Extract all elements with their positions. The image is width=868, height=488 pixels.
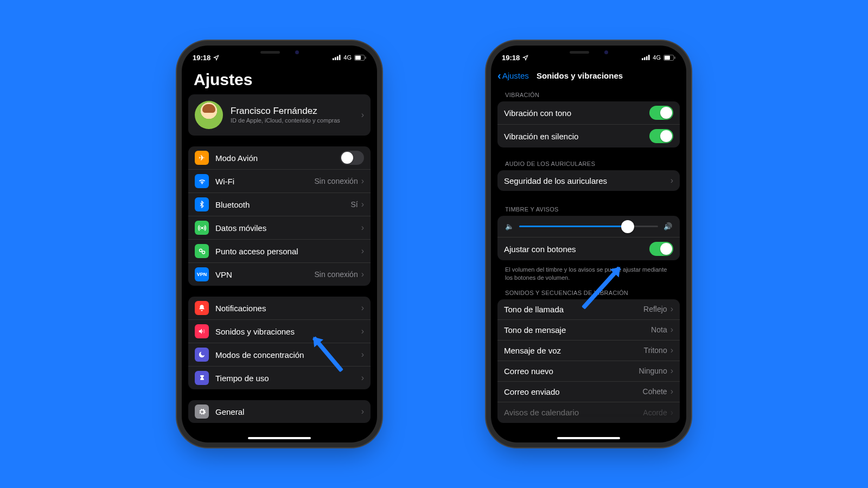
svg-point-8 (199, 249, 202, 252)
profile-name: Francisco Fernández (231, 106, 361, 117)
profile-row[interactable]: Francisco Fernández ID de Apple, iCloud,… (188, 94, 371, 136)
airplane-toggle[interactable] (340, 151, 364, 165)
focus-label: Modos de concentración (215, 350, 361, 359)
vpn-value: Sin conexión (315, 270, 358, 279)
battery-icon (354, 55, 366, 61)
moon-icon (195, 348, 209, 362)
row-vibrate-ring[interactable]: Vibración con tono (497, 101, 680, 125)
svg-rect-2 (337, 56, 339, 60)
chevron-right-icon: › (671, 408, 673, 418)
section-headphone: AUDIO DE LOS AURICULARES (491, 160, 686, 170)
row-calendar[interactable]: Avisos de calendario Acorde › (497, 402, 680, 423)
wifi-icon (195, 174, 209, 188)
chevron-right-icon: › (671, 366, 673, 376)
chevron-right-icon: › (361, 326, 364, 336)
vpn-icon: VPN (195, 267, 209, 281)
row-sentmail[interactable]: Correo enviado Cohete › (497, 382, 680, 402)
connectivity-group: ✈︎ Modo Avión Wi-Fi Sin conexión › Bluet… (188, 146, 371, 286)
location-icon (522, 55, 528, 61)
row-focus[interactable]: Modos de concentración › (188, 343, 371, 367)
vib-ring-toggle[interactable] (649, 106, 673, 120)
bell-icon (195, 301, 209, 315)
notch (548, 46, 629, 59)
row-headphone-safety[interactable]: Seguridad de los auriculares › (497, 170, 680, 191)
sentmail-label: Correo enviado (504, 387, 643, 396)
svg-point-9 (202, 251, 205, 253)
row-adjust-buttons[interactable]: Ajustar con botones (497, 237, 680, 260)
bt-value: Sí (350, 200, 358, 209)
svg-rect-15 (665, 55, 670, 59)
phone-left-settings: 19:18 4G Ajustes Francisco Fernández ID … (182, 46, 377, 442)
cell-signal-icon (333, 55, 341, 60)
patterns-group: Tono de llamada Reflejo › Tono de mensaj… (497, 299, 680, 423)
airplane-label: Modo Avión (215, 153, 340, 163)
svg-rect-13 (648, 55, 650, 60)
chevron-right-icon: › (361, 407, 364, 416)
svg-rect-12 (646, 56, 648, 60)
chevron-right-icon: › (671, 345, 673, 355)
row-vpn[interactable]: VPN VPN Sin conexión › (188, 263, 371, 286)
row-vibrate-silent[interactable]: Vibración en silencio (497, 125, 680, 147)
row-screentime[interactable]: Tiempo de uso › (188, 367, 371, 389)
vib-silent-label: Vibración en silencio (504, 132, 649, 141)
avatar (195, 101, 223, 129)
ringer-note: El volumen del timbre y los avisos se pu… (491, 262, 686, 290)
chevron-right-icon: › (671, 176, 673, 185)
row-general[interactable]: General › (188, 400, 371, 423)
row-notifications[interactable]: Notificaciones › (188, 297, 371, 320)
row-cellular[interactable]: Datos móviles › (188, 216, 371, 240)
row-bluetooth[interactable]: Bluetooth Sí › (188, 193, 371, 216)
chevron-right-icon: › (671, 304, 673, 314)
general-label: General (215, 407, 361, 416)
section-ringer: TIMBRE Y AVISOS (491, 206, 686, 216)
svg-rect-10 (642, 58, 643, 60)
cellular-icon (195, 221, 209, 235)
back-button[interactable]: ‹ Ajustes (497, 69, 529, 82)
profile-sub: ID de Apple, iCloud, contenido y compras (231, 117, 361, 124)
hourglass-icon (195, 371, 209, 385)
location-icon (213, 55, 219, 61)
alerts-group: Notificaciones › Sonidos y vibraciones ›… (188, 297, 371, 389)
hotspot-label: Punto acceso personal (215, 247, 361, 256)
chevron-right-icon: › (361, 303, 364, 313)
chevron-left-icon: ‹ (497, 69, 501, 82)
vibration-group: Vibración con tono Vibración en silencio (497, 101, 680, 147)
svg-rect-6 (365, 56, 366, 59)
cell-label: Datos móviles (215, 223, 361, 233)
adjust-buttons-label: Ajustar con botones (504, 245, 649, 254)
airplane-icon: ✈︎ (195, 151, 209, 165)
row-wifi[interactable]: Wi-Fi Sin conexión › (188, 170, 371, 193)
status-net: 4G (343, 54, 352, 61)
battery-icon (663, 55, 675, 61)
wifi-value: Sin conexión (315, 177, 358, 185)
volume-high-icon: 🔊 (663, 222, 672, 230)
cell-signal-icon (642, 55, 650, 60)
row-texttone[interactable]: Tono de mensaje Nota › (497, 320, 680, 341)
chevron-right-icon: › (671, 387, 673, 396)
svg-rect-16 (674, 56, 675, 59)
vm-value: Tritono (644, 346, 667, 355)
section-vibration: VIBRACIÓN (491, 92, 686, 101)
nav-title: Sonidos y vibraciones (537, 71, 623, 80)
cal-label: Avisos de calendario (504, 408, 643, 417)
home-indicator[interactable] (557, 437, 620, 439)
row-hotspot[interactable]: Punto acceso personal › (188, 240, 371, 263)
row-airplane[interactable]: ✈︎ Modo Avión (188, 146, 371, 170)
row-sounds[interactable]: Sonidos y vibraciones › (188, 320, 371, 343)
chevron-right-icon: › (361, 350, 364, 359)
newmail-value: Ninguno (639, 367, 667, 375)
adjust-buttons-toggle[interactable] (649, 242, 673, 256)
wifi-label: Wi-Fi (215, 177, 315, 186)
chevron-right-icon: › (361, 110, 364, 120)
status-time: 19:18 (502, 54, 520, 62)
chevron-right-icon: › (361, 200, 364, 209)
row-voicemail[interactable]: Mensaje de voz Tritono › (497, 341, 680, 361)
speaker-icon (195, 324, 209, 338)
home-indicator[interactable] (248, 437, 311, 439)
texttone-label: Tono de mensaje (504, 325, 651, 335)
vib-silent-toggle[interactable] (649, 129, 673, 143)
row-newmail[interactable]: Correo nuevo Ninguno › (497, 361, 680, 382)
ringer-slider[interactable] (519, 226, 658, 227)
nav-bar: ‹ Ajustes Sonidos y vibraciones (491, 66, 686, 84)
ringer-group: 🔈 🔊 Ajustar con botones (497, 216, 680, 260)
